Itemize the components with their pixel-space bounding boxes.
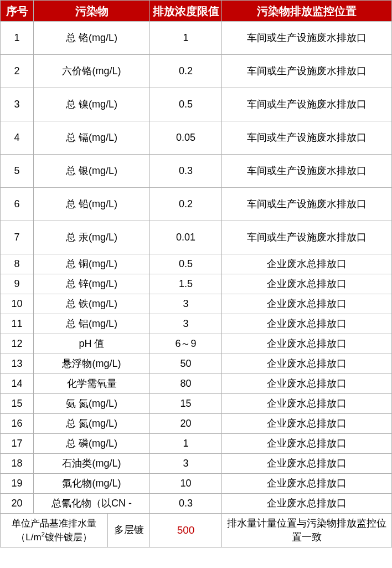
cell-limit: 20 bbox=[150, 414, 222, 434]
cell-location: 车间或生产设施废水排放口 bbox=[222, 121, 392, 155]
cell-location: 企业废水总排放口 bbox=[222, 474, 392, 494]
table-row: 7总 汞(mg/L)0.01车间或生产设施废水排放口 bbox=[1, 221, 392, 254]
cell-pollutant: 总 铜(mg/L) bbox=[34, 254, 150, 274]
cell-pollutant: pH 值 bbox=[34, 334, 150, 354]
cell-limit: 0.01 bbox=[150, 221, 222, 254]
cell-limit: 1.5 bbox=[150, 274, 222, 294]
table-row: 18石油类(mg/L)3企业废水总排放口 bbox=[1, 454, 392, 474]
table-row: 4总 镉(mg/L)0.05车间或生产设施废水排放口 bbox=[1, 121, 392, 155]
cell-num: 18 bbox=[1, 454, 34, 474]
cell-num: 11 bbox=[1, 314, 34, 334]
header-limit: 排放浓度限值 bbox=[150, 1, 222, 22]
cell-limit: 15 bbox=[150, 394, 222, 414]
cell-num: 9 bbox=[1, 274, 34, 294]
header-pollutant: 污染物 bbox=[34, 1, 150, 22]
cell-limit: 0.5 bbox=[150, 254, 222, 274]
cell-limit: 80 bbox=[150, 374, 222, 394]
footer-row: 单位产品基准排水量（L/m2镀件镀层） 多层镀 500 排水量计量位置与污染物排… bbox=[1, 514, 392, 547]
cell-pollutant: 总 铝(mg/L) bbox=[34, 314, 150, 334]
cell-limit: 6～9 bbox=[150, 334, 222, 354]
cell-num: 16 bbox=[1, 414, 34, 434]
cell-pollutant: 总 镍(mg/L) bbox=[34, 88, 150, 121]
table-row: 17总 磷(mg/L)1企业废水总排放口 bbox=[1, 434, 392, 454]
cell-limit: 0.3 bbox=[150, 155, 222, 188]
header-num: 序号 bbox=[1, 1, 34, 22]
footer-value: 500 bbox=[150, 514, 222, 547]
cell-num: 8 bbox=[1, 254, 34, 274]
table-row: 5总 银(mg/L)0.3车间或生产设施废水排放口 bbox=[1, 155, 392, 188]
cell-limit: 0.05 bbox=[150, 121, 222, 155]
table-row: 15氨 氮(mg/L)15企业废水总排放口 bbox=[1, 394, 392, 414]
footer-cell-label: 单位产品基准排水量（L/m2镀件镀层） 多层镀 bbox=[1, 514, 150, 547]
cell-location: 车间或生产设施废水排放口 bbox=[222, 88, 392, 121]
footer-location: 排水量计量位置与污染物排放监控位置一致 bbox=[222, 514, 392, 547]
cell-pollutant: 氨 氮(mg/L) bbox=[34, 394, 150, 414]
cell-pollutant: 总 铬(mg/L) bbox=[34, 22, 150, 55]
table-row: 3总 镍(mg/L)0.5车间或生产设施废水排放口 bbox=[1, 88, 392, 121]
cell-location: 企业废水总排放口 bbox=[222, 294, 392, 314]
cell-pollutant: 总 铅(mg/L) bbox=[34, 188, 150, 221]
cell-num: 3 bbox=[1, 88, 34, 121]
cell-limit: 1 bbox=[150, 22, 222, 55]
table-row: 16总 氮(mg/L)20企业废水总排放口 bbox=[1, 414, 392, 434]
cell-num: 5 bbox=[1, 155, 34, 188]
cell-location: 企业废水总排放口 bbox=[222, 454, 392, 474]
cell-location: 企业废水总排放口 bbox=[222, 314, 392, 334]
cell-location: 车间或生产设施废水排放口 bbox=[222, 22, 392, 55]
table-row: 20总氰化物（以CN -0.3企业废水总排放口 bbox=[1, 494, 392, 514]
cell-limit: 0.2 bbox=[150, 55, 222, 88]
table-row: 14化学需氧量80企业废水总排放口 bbox=[1, 374, 392, 394]
cell-limit: 3 bbox=[150, 294, 222, 314]
cell-num: 19 bbox=[1, 474, 34, 494]
cell-location: 企业废水总排放口 bbox=[222, 354, 392, 374]
cell-pollutant: 石油类(mg/L) bbox=[34, 454, 150, 474]
cell-location: 车间或生产设施废水排放口 bbox=[222, 55, 392, 88]
cell-pollutant: 总氰化物（以CN - bbox=[34, 494, 150, 514]
table-row: 12pH 值6～9企业废水总排放口 bbox=[1, 334, 392, 354]
cell-limit: 1 bbox=[150, 434, 222, 454]
cell-num: 15 bbox=[1, 394, 34, 414]
cell-num: 13 bbox=[1, 354, 34, 374]
cell-num: 4 bbox=[1, 121, 34, 155]
table-row: 8总 铜(mg/L)0.5企业废水总排放口 bbox=[1, 254, 392, 274]
cell-num: 17 bbox=[1, 434, 34, 454]
table-row: 6总 铅(mg/L)0.2车间或生产设施废水排放口 bbox=[1, 188, 392, 221]
cell-num: 20 bbox=[1, 494, 34, 514]
cell-limit: 50 bbox=[150, 354, 222, 374]
cell-pollutant: 总 汞(mg/L) bbox=[34, 221, 150, 254]
table-row: 1总 铬(mg/L)1车间或生产设施废水排放口 bbox=[1, 22, 392, 55]
footer-sub: 多层镀 bbox=[108, 514, 149, 547]
cell-pollutant: 总 银(mg/L) bbox=[34, 155, 150, 188]
cell-pollutant: 总 磷(mg/L) bbox=[34, 434, 150, 454]
cell-limit: 0.5 bbox=[150, 88, 222, 121]
cell-location: 车间或生产设施废水排放口 bbox=[222, 188, 392, 221]
cell-pollutant: 总 氮(mg/L) bbox=[34, 414, 150, 434]
emission-standards-table: 序号 污染物 排放浓度限值 污染物排放监控位置 1总 铬(mg/L)1车间或生产… bbox=[0, 0, 392, 547]
cell-num: 14 bbox=[1, 374, 34, 394]
cell-location: 企业废水总排放口 bbox=[222, 334, 392, 354]
cell-location: 企业废水总排放口 bbox=[222, 434, 392, 454]
cell-limit: 0.3 bbox=[150, 494, 222, 514]
cell-location: 企业废水总排放口 bbox=[222, 494, 392, 514]
cell-limit: 10 bbox=[150, 474, 222, 494]
cell-pollutant: 悬浮物(mg/L) bbox=[34, 354, 150, 374]
cell-pollutant: 氟化物(mg/L) bbox=[34, 474, 150, 494]
cell-location: 企业废水总排放口 bbox=[222, 394, 392, 414]
header-location: 污染物排放监控位置 bbox=[222, 1, 392, 22]
table-row: 2六价铬(mg/L)0.2车间或生产设施废水排放口 bbox=[1, 55, 392, 88]
cell-limit: 3 bbox=[150, 314, 222, 334]
cell-pollutant: 总 锌(mg/L) bbox=[34, 274, 150, 294]
cell-num: 7 bbox=[1, 221, 34, 254]
table-row: 13悬浮物(mg/L)50企业废水总排放口 bbox=[1, 354, 392, 374]
cell-location: 企业废水总排放口 bbox=[222, 374, 392, 394]
cell-limit: 0.2 bbox=[150, 188, 222, 221]
cell-location: 企业废水总排放口 bbox=[222, 414, 392, 434]
cell-pollutant: 总 铁(mg/L) bbox=[34, 294, 150, 314]
cell-num: 2 bbox=[1, 55, 34, 88]
cell-num: 6 bbox=[1, 188, 34, 221]
cell-location: 企业废水总排放口 bbox=[222, 254, 392, 274]
cell-pollutant: 六价铬(mg/L) bbox=[34, 55, 150, 88]
table-header-row: 序号 污染物 排放浓度限值 污染物排放监控位置 bbox=[1, 1, 392, 22]
table-row: 10总 铁(mg/L)3企业废水总排放口 bbox=[1, 294, 392, 314]
cell-location: 企业废水总排放口 bbox=[222, 274, 392, 294]
